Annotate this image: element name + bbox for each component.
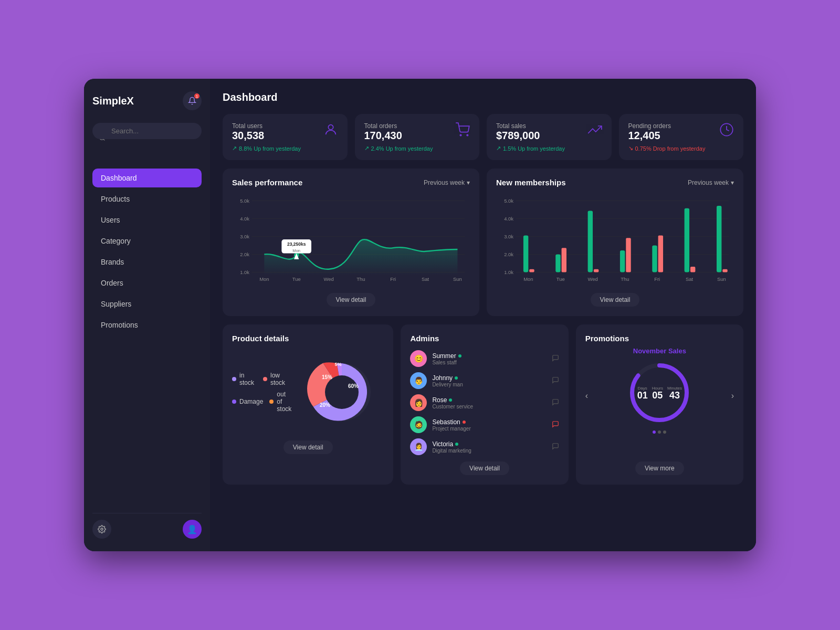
search-wrapper (92, 123, 202, 154)
admin-item-1: 👨 Johnny Delivery man (410, 372, 559, 389)
sidebar-header: SimpleX 1 (92, 91, 202, 110)
logo: SimpleX (92, 95, 134, 107)
stat-label-1: Total orders (364, 122, 402, 130)
donut-section: in stocklow stockDamageout of stock (232, 350, 384, 434)
admin-message-3[interactable] (552, 421, 559, 429)
svg-point-5 (467, 134, 468, 135)
svg-text:Thu: Thu (621, 276, 629, 282)
sidebar-item-products[interactable]: Products (92, 190, 202, 208)
svg-point-2 (101, 528, 103, 530)
stat-value-2: $789,000 (496, 130, 540, 142)
stat-change-3: ↘ 0.75% Drop from yesterday (628, 145, 734, 152)
sales-period-select[interactable]: Previous week ▾ (424, 179, 470, 186)
svg-text:Sun: Sun (717, 276, 726, 282)
memberships-period-select[interactable]: Previous week ▾ (688, 179, 734, 186)
admin-status-2 (449, 398, 452, 402)
svg-text:Mon: Mon (292, 248, 300, 253)
product-view-detail-button[interactable]: View detail (284, 440, 333, 454)
app-container: SimpleX 1 DashboardProductsUsersCategory… (84, 79, 756, 551)
admin-message-2[interactable] (552, 398, 559, 407)
svg-point-3 (328, 125, 333, 130)
admins-view-detail-button[interactable]: View detail (460, 461, 509, 475)
product-details-header: Product details (232, 334, 384, 343)
admin-name-2: Rose (432, 396, 546, 404)
admin-avatar-1: 👨 (410, 372, 427, 389)
stat-icon-2 (587, 122, 602, 141)
search-input[interactable] (92, 123, 202, 139)
stat-card-0: Total users 30,538 ↗ 8.8% Up from yester… (223, 114, 348, 160)
sales-chart-area: 5.0k 4.0k 3.0k 2.0k 1.0k Mon Tue Wed Thu… (232, 193, 470, 288)
svg-rect-42 (562, 248, 566, 272)
legend-item-in-stock: in stock (232, 372, 257, 386)
svg-text:5%: 5% (335, 362, 342, 367)
sidebar-item-promotions[interactable]: Promotions (92, 316, 202, 334)
sales-view-detail-button[interactable]: View detail (327, 293, 376, 307)
svg-rect-51 (717, 206, 721, 272)
admin-item-0: 😊 Summer Sales staff (410, 350, 559, 367)
stat-icon-0 (323, 122, 338, 141)
memberships-chart-svg: 5.0k 4.0k 3.0k 2.0k 1.0k (496, 193, 734, 288)
promotions-header: Promotions (585, 334, 734, 343)
sidebar-item-suppliers[interactable]: Suppliers (92, 295, 202, 313)
sidebar-item-users[interactable]: Users (92, 211, 202, 229)
stat-change-1: ↗ 2.4% Up from yesterday (364, 145, 470, 152)
product-legend: in stocklow stockDamageout of stock (232, 372, 291, 413)
svg-rect-49 (685, 208, 689, 272)
admin-avatar-4: 👩‍💼 (410, 438, 427, 455)
stat-top-2: Total sales $789,000 (496, 122, 602, 142)
sales-chart-svg: 5.0k 4.0k 3.0k 2.0k 1.0k Mon Tue Wed Thu… (232, 193, 470, 288)
promo-next-button[interactable]: › (731, 391, 734, 401)
settings-icon[interactable] (92, 520, 111, 539)
svg-rect-45 (620, 250, 625, 272)
admin-role-3: Project manager (432, 426, 546, 432)
stats-row: Total users 30,538 ↗ 8.8% Up from yester… (223, 114, 743, 160)
user-profile-icon[interactable]: 👤 (183, 520, 202, 539)
svg-text:4.0k: 4.0k (240, 216, 249, 222)
svg-text:3.0k: 3.0k (240, 234, 249, 239)
svg-text:Tue: Tue (292, 276, 301, 282)
memberships-chart-area: 5.0k 4.0k 3.0k 2.0k 1.0k (496, 193, 734, 288)
legend-dot (232, 377, 236, 381)
sidebar-item-category[interactable]: Category (92, 232, 202, 250)
stat-value-0: 30,538 (232, 130, 264, 142)
notification-badge: 1 (194, 93, 200, 99)
admin-info-0: Summer Sales staff (432, 352, 546, 365)
promo-view-more-button[interactable]: View more (635, 461, 684, 475)
admin-info-3: Sebastion Project manager (432, 418, 546, 432)
nav-items: DashboardProductsUsersCategoryBrandsOrde… (92, 169, 202, 513)
product-details-card: Product details in stocklow stockDamageo… (223, 324, 393, 485)
admin-status-1 (455, 376, 458, 380)
svg-text:Sat: Sat (686, 276, 694, 282)
legend-dot (232, 400, 236, 404)
sidebar-item-brands[interactable]: Brands (92, 253, 202, 271)
admin-message-1[interactable] (552, 376, 559, 385)
memberships-chart-header: New memberships Previous week ▾ (496, 178, 734, 187)
svg-text:5.0k: 5.0k (240, 198, 249, 204)
legend-item-out-of stock: out of stock (269, 391, 291, 413)
stat-card-2: Total sales $789,000 ↗ 1.5% Up from yest… (487, 114, 612, 160)
notification-button[interactable]: 1 (183, 91, 202, 110)
svg-text:Sun: Sun (453, 276, 462, 282)
legend-item-Damage: Damage (232, 391, 263, 413)
promo-dot-1 (653, 430, 656, 434)
sidebar: SimpleX 1 DashboardProductsUsersCategory… (84, 79, 210, 551)
stat-value-3: 12,405 (628, 130, 671, 142)
memberships-view-detail-button[interactable]: View detail (591, 293, 640, 307)
stat-card-1: Total orders 170,430 ↗ 2.4% Up from yest… (355, 114, 480, 160)
admin-message-4[interactable] (552, 443, 559, 452)
middle-row: Sales performance Previous week ▾ (223, 169, 743, 316)
sidebar-item-orders[interactable]: Orders (92, 274, 202, 292)
svg-text:Fri: Fri (654, 276, 660, 282)
legend-item-low-stock: low stock (263, 372, 291, 386)
svg-rect-40 (529, 269, 534, 272)
countdown-ring: Days 01 Hours 05 Minutes 43 (628, 361, 691, 424)
admin-message-0[interactable] (552, 354, 559, 363)
promo-container: ‹ Days 01 Ho (585, 361, 734, 430)
promo-dot-3 (663, 430, 666, 434)
promo-name: November Sales (633, 347, 686, 355)
sidebar-item-dashboard[interactable]: Dashboard (92, 169, 202, 187)
promo-prev-button[interactable]: ‹ (585, 391, 588, 401)
admin-list: 😊 Summer Sales staff 👨 Johnny Delivery m… (410, 350, 559, 455)
svg-text:2.0k: 2.0k (504, 251, 513, 257)
svg-text:Wed: Wed (323, 276, 333, 282)
